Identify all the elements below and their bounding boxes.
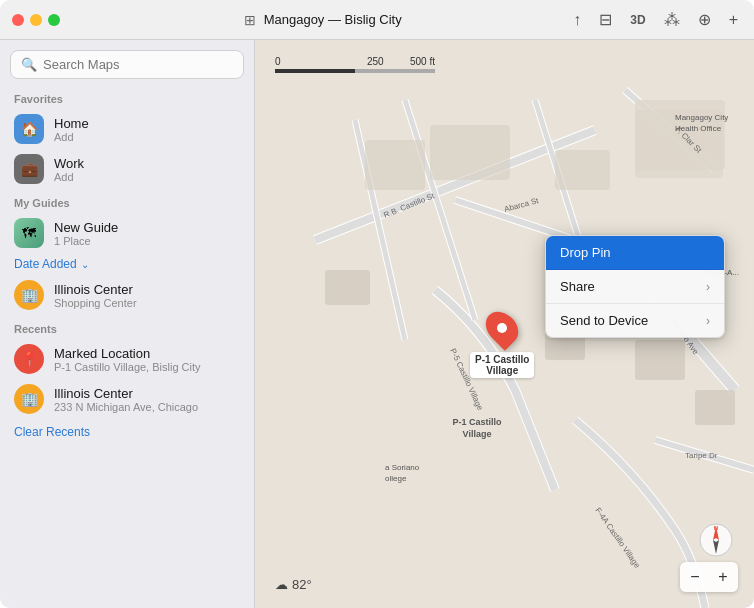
layers-button[interactable]: ⊟ [595, 8, 616, 31]
sidebar-item-marked-location[interactable]: 📍 Marked Location P-1 Castillo Village, … [0, 339, 254, 379]
zoom-in-button[interactable]: + [711, 565, 735, 589]
scale-line-container [275, 69, 435, 73]
drop-pin-label: Drop Pin [560, 245, 611, 260]
home-label: Home [54, 116, 89, 131]
svg-rect-38 [635, 340, 685, 380]
marked-location-sub: P-1 Castillo Village, Bislig City [54, 361, 201, 373]
title-bar: ⊞ Mangagoy — Bislig City ↑ ⊟ 3D ⁂ ⊕ + [0, 0, 754, 40]
svg-text:Mangagoy City: Mangagoy City [675, 113, 728, 122]
my-guides-label: My Guides [0, 189, 254, 213]
location-button[interactable]: ⊕ [694, 8, 715, 31]
work-text: Work Add [54, 156, 84, 183]
svg-rect-36 [325, 270, 370, 305]
search-bar[interactable]: 🔍 [10, 50, 244, 79]
scale-0: 0 [275, 56, 281, 67]
svg-rect-39 [695, 390, 735, 425]
svg-text:N: N [714, 525, 718, 531]
sidebar-item-illinois-recent[interactable]: 🏢 Illinois Center 233 N Michigan Ave, Ch… [0, 379, 254, 419]
sidebar-item-illinois-center-guide[interactable]: 🏢 Illinois Center Shopping Center [0, 275, 254, 315]
work-label: Work [54, 156, 84, 171]
date-added-sort[interactable]: Date Added ⌄ [0, 253, 254, 275]
zoom-out-button[interactable]: − [683, 565, 707, 589]
scale-500: 500 ft [410, 56, 435, 67]
scale-light [355, 69, 435, 73]
work-sub: Add [54, 171, 84, 183]
compass: N [698, 522, 734, 558]
share-button[interactable]: ↑ [569, 9, 585, 31]
svg-rect-17 [365, 140, 425, 190]
scale-bar: 0 250 500 ft [275, 56, 435, 73]
marked-location-label: Marked Location [54, 346, 201, 361]
send-chevron-icon: › [706, 314, 710, 328]
drop-pin-item[interactable]: Drop Pin [546, 236, 724, 270]
illinois-recent-icon: 🏢 [14, 384, 44, 414]
map-window-icon: ⊞ [244, 12, 256, 28]
favorites-label: Favorites [0, 85, 254, 109]
svg-text:a Soriano: a Soriano [385, 463, 420, 472]
scale-250: 250 [367, 56, 384, 67]
svg-text:Taripe Dr: Taripe Dr [685, 451, 718, 460]
svg-rect-18 [430, 125, 510, 180]
window-title: Mangagoy — Bislig City [264, 12, 402, 27]
clear-recents-button[interactable]: Clear Recents [0, 419, 254, 445]
share-item[interactable]: Share › [546, 270, 724, 304]
send-to-device-item[interactable]: Send to Device › [546, 304, 724, 337]
scale-labels: 0 250 500 ft [275, 56, 435, 67]
map-area[interactable]: Mangagoy City Health Office P-1 Castillo… [255, 40, 754, 608]
search-icon: 🔍 [21, 57, 37, 72]
share-label: Share [560, 279, 595, 294]
guide-sub: 1 Place [54, 235, 118, 247]
illinois-recent-sub: 233 N Michigan Ave, Chicago [54, 401, 198, 413]
illinois-guide-icon: 🏢 [14, 280, 44, 310]
compass-svg: N [698, 522, 734, 558]
close-button[interactable] [12, 14, 24, 26]
guide-text: New Guide 1 Place [54, 220, 118, 247]
weather-icon: ☁ [275, 577, 288, 592]
fullscreen-button[interactable] [48, 14, 60, 26]
traffic-lights [12, 14, 60, 26]
svg-text:ollege: ollege [385, 474, 407, 483]
3d-button[interactable]: 3D [626, 11, 649, 29]
marked-location-icon: 📍 [14, 344, 44, 374]
zoom-controls: − + [680, 562, 738, 592]
svg-rect-19 [555, 150, 610, 190]
marked-location-text: Marked Location P-1 Castillo Village, Bi… [54, 346, 201, 373]
search-input[interactable] [43, 57, 233, 72]
sidebar: 🔍 Favorites 🏠 Home Add 💼 Work Add [0, 40, 255, 608]
weather-temperature: 82° [292, 577, 312, 592]
svg-text:Village: Village [463, 429, 492, 439]
illinois-guide-text: Illinois Center Shopping Center [54, 282, 137, 309]
guide-icon: 🗺 [14, 218, 44, 248]
minimize-button[interactable] [30, 14, 42, 26]
pin-inner [497, 323, 507, 333]
title-center: ⊞ Mangagoy — Bislig City [76, 12, 569, 28]
add-button[interactable]: + [725, 9, 742, 31]
people-button[interactable]: ⁂ [660, 8, 684, 31]
main-content: 🔍 Favorites 🏠 Home Add 💼 Work Add [0, 40, 754, 608]
work-icon: 💼 [14, 154, 44, 184]
pin-label: P-1 CastilloVillage [470, 352, 534, 378]
scale-dark [275, 69, 355, 73]
sidebar-item-new-guide[interactable]: 🗺 New Guide 1 Place [0, 213, 254, 253]
guide-label: New Guide [54, 220, 118, 235]
home-icon: 🏠 [14, 114, 44, 144]
illinois-guide-sub: Shopping Center [54, 297, 137, 309]
title-actions: ↑ ⊟ 3D ⁂ ⊕ + [569, 8, 742, 31]
illinois-guide-label: Illinois Center [54, 282, 137, 297]
sidebar-item-home[interactable]: 🏠 Home Add [0, 109, 254, 149]
map-pin: P-1 CastilloVillage [470, 310, 534, 378]
weather-badge: ☁ 82° [275, 577, 312, 592]
illinois-recent-text: Illinois Center 233 N Michigan Ave, Chic… [54, 386, 198, 413]
share-chevron-icon: › [706, 280, 710, 294]
chevron-down-icon: ⌄ [81, 259, 89, 270]
recents-label: Recents [0, 315, 254, 339]
send-to-device-label: Send to Device [560, 313, 648, 328]
app-window: ⊞ Mangagoy — Bislig City ↑ ⊟ 3D ⁂ ⊕ + 🔍 … [0, 0, 754, 608]
svg-text:P-1 Castillo: P-1 Castillo [452, 417, 502, 427]
illinois-recent-label: Illinois Center [54, 386, 198, 401]
pin-marker [480, 305, 525, 350]
context-menu: Drop Pin Share › Send to Device › [545, 235, 725, 338]
date-added-label: Date Added [14, 257, 77, 271]
home-sub: Add [54, 131, 89, 143]
sidebar-item-work[interactable]: 💼 Work Add [0, 149, 254, 189]
